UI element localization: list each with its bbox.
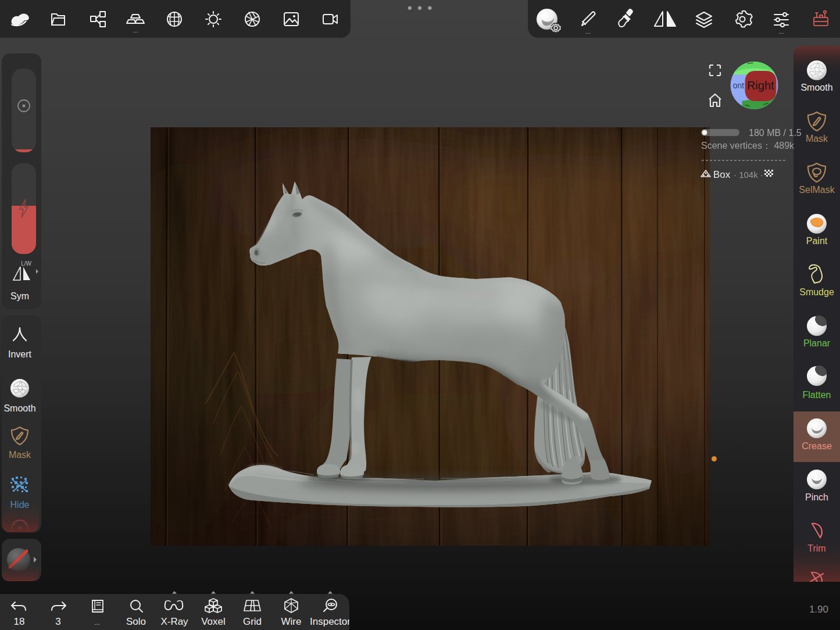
svg-text:L/W: L/W xyxy=(21,260,31,267)
svg-text:3: 3 xyxy=(55,616,60,627)
svg-text:Wire: Wire xyxy=(281,616,302,627)
svg-text:Flatten: Flatten xyxy=(803,390,831,400)
svg-text:Pinch: Pinch xyxy=(805,492,828,502)
svg-text:Planar: Planar xyxy=(803,338,831,348)
svg-text:Crease: Crease xyxy=(802,441,832,451)
svg-text:Grid: Grid xyxy=(243,616,262,627)
svg-text:Mask: Mask xyxy=(9,450,31,460)
svg-text:Solo: Solo xyxy=(126,616,146,627)
svg-text:Scene vertices： 489k: Scene vertices： 489k xyxy=(701,141,795,151)
svg-text:Smudge: Smudge xyxy=(799,287,834,297)
svg-text:...: ... xyxy=(94,618,100,627)
svg-text:ont: ont xyxy=(733,81,745,90)
svg-text:180 MB / 1.5: 180 MB / 1.5 xyxy=(749,128,802,138)
svg-text:...: ... xyxy=(778,28,784,35)
svg-text:Box: Box xyxy=(713,169,731,180)
svg-text:Paint: Paint xyxy=(806,236,828,246)
svg-text:Sym: Sym xyxy=(10,291,29,301)
svg-text:Invert: Invert xyxy=(8,349,32,359)
svg-text:Inspector: Inspector xyxy=(310,616,349,627)
svg-text:· 104k ·: · 104k · xyxy=(734,170,763,180)
svg-text:Voxel: Voxel xyxy=(201,616,226,627)
svg-text:Trim: Trim xyxy=(807,543,825,553)
svg-text:...: ... xyxy=(133,27,138,34)
svg-text:Smooth: Smooth xyxy=(3,403,35,413)
svg-text:18: 18 xyxy=(14,616,25,627)
svg-text:...: ... xyxy=(585,28,590,35)
svg-text:X-Ray: X-Ray xyxy=(160,616,188,627)
svg-text:Right: Right xyxy=(747,79,774,92)
